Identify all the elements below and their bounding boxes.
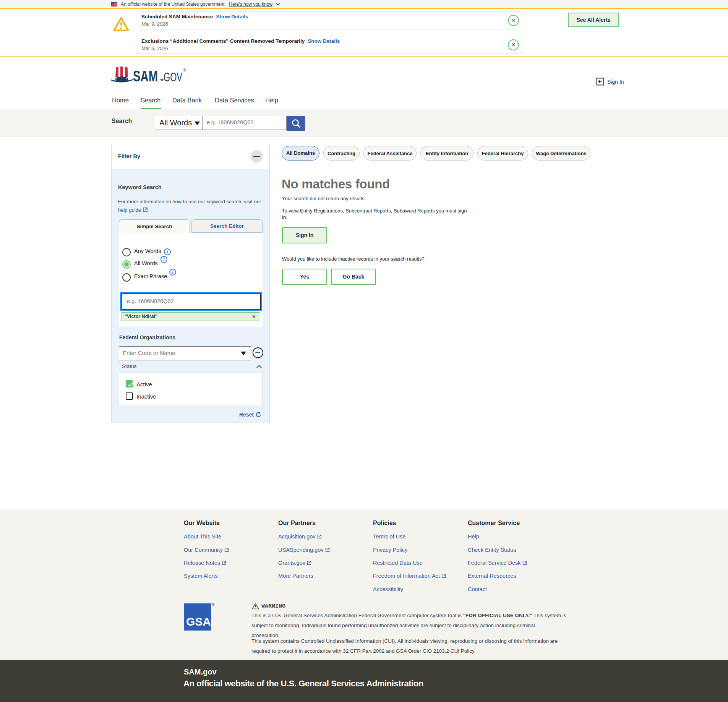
svg-text:®: ®: [183, 68, 186, 72]
svg-text:SAM: SAM: [133, 68, 158, 83]
svg-text:GOV: GOV: [164, 70, 182, 83]
